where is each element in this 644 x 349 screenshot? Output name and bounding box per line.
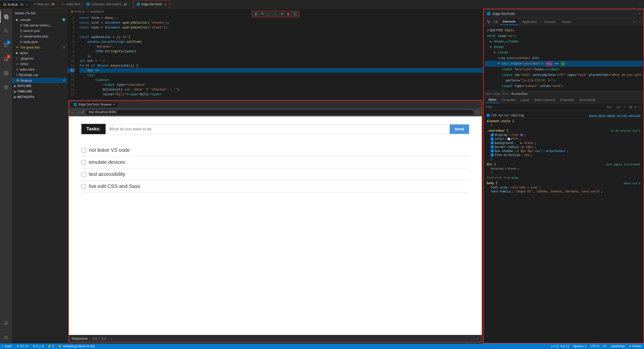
mirror-editing-checkbox[interactable]: ✓ [487,114,490,117]
dom-line-input-submit[interactable]: <input type="submit" value="send"> [485,83,642,89]
sidebar-item-readme[interactable]: ℹ README.md [12,72,67,78]
debug-restart-btn[interactable]: ↺ [279,12,285,17]
devtools-inspect-icon[interactable] [486,19,492,25]
activity-settings[interactable] [0,331,12,343]
prop-checkbox[interactable]: ✓ [491,149,494,153]
mirror-editing-control[interactable]: ✓ CSS mirror editing [487,114,524,117]
browser-screencast-btn[interactable]: ⬛ [475,110,480,114]
tab-todo-js[interactable]: JS to-do.js M × [0,0,31,9]
sidebar-group-outline[interactable]: ▶ OUTLINE [12,83,67,89]
filter-inspector-btn[interactable]: ≡ [634,105,636,109]
tab-close-devtools[interactable]: × [164,2,166,6]
sidebar-item-gitignore[interactable]: ◌ .gitignore [12,56,67,61]
dom-line-img[interactable]: <img src=(unknown) alt> [485,55,642,61]
task-checkbox-1[interactable] [81,148,86,153]
sidebar-item-tasks[interactable]: {} tasks.json [12,39,67,44]
devtools-tab-console[interactable]: Console [541,19,558,25]
tabs-more-btn[interactable]: ⋯ [639,3,644,6]
task-checkbox-2[interactable] [81,160,86,165]
responsive-select[interactable]: Responsive [72,337,88,340]
dom-line-form[interactable]: ▼ <form> [485,50,642,55]
task-checkbox-3[interactable] [81,172,86,177]
filter-cls-btn[interactable]: .cls [615,105,621,109]
filter-new-style-btn[interactable]: ⊞ [629,105,632,109]
debug-step-out-btn[interactable]: ↑ [272,12,278,17]
task-input[interactable] [106,124,450,134]
debug-stop-btn[interactable]: ⏹ [285,12,291,17]
status-branch[interactable]: ⑂ main* [2,344,13,348]
status-formatter[interactable]: ✦ Prettier [629,344,642,348]
style-tab-layout[interactable]: Layout [518,97,532,103]
browser-forward-btn[interactable]: → [76,110,79,114]
browser-back-btn[interactable]: ← [71,110,74,114]
prop-checkbox[interactable]: ✓ [491,154,494,157]
tab-edge-ext[interactable]: 🌐 Extension: Microsoft E 🔊 ⋯ [83,0,133,9]
dom-line-body[interactable]: ▼ <body> [485,44,642,50]
sidebar-group-metadata[interactable]: ▶ METADATA [12,94,67,100]
tab-close-btn[interactable]: × [26,3,28,7]
dom-line-html[interactable]: <html lang="en"> [485,33,642,39]
devtools-add-tab-btn[interactable]: + [633,20,635,24]
dom-line-head[interactable]: ▶ <head>…</head> [485,39,642,44]
task-checkbox-4[interactable] [81,184,86,189]
devtools-close-btn[interactable]: × [638,12,640,16]
sidebar-item-great-thing[interactable]: ✦ The great thin... U [12,44,67,50]
activity-source-control[interactable]: 4 [0,39,12,51]
status-position[interactable]: Ln 12, Col 13 [551,344,569,348]
color-swatch-black[interactable] [517,142,519,144]
debug-step-into-btn[interactable]: ↓ [266,12,272,17]
status-debug[interactable]: ⚡ 1 [47,344,54,348]
sidebar-item-vscode[interactable]: ▶ .vscode [12,17,67,22]
activity-search[interactable] [0,25,12,37]
browser-tab-main[interactable]: 🌐 Edge DevTools: Browser × [71,102,117,107]
style-tab-accessibility[interactable]: Accessibility [577,97,598,103]
breadcrumb-form[interactable]: form [503,92,508,95]
activity-extensions[interactable] [0,67,12,79]
status-errors[interactable]: ⊘ 0 △ 0 [33,344,43,348]
prop-checkbox[interactable]: ✓ [491,145,494,148]
tab-edge-devtools[interactable]: 🌐 Edge DevTools × [133,0,170,9]
dom-line-doctype[interactable]: <!DOCTYPE html> [485,28,642,33]
activity-account[interactable] [0,317,12,329]
devtools-tab-issues[interactable]: Issues [559,19,574,25]
sidebar-item-reload-tasks[interactable]: {} reload-tasks.json [12,33,67,39]
filter-input[interactable] [486,105,603,109]
activity-run[interactable]: 1 1 [0,53,12,65]
inherited-from-body[interactable]: body [512,176,518,179]
style-tab-computed[interactable]: Computed [499,97,518,103]
dom-line-searchbar[interactable]: ▼ <div class="searchbar"> flex == $0 [485,61,642,67]
browser-refresh-btn[interactable]: ↺ [81,110,84,114]
breadcrumb-searchbar[interactable]: div.searchbar [511,92,528,95]
prop-checkbox[interactable]: ✓ [491,137,494,140]
dom-line-div-close[interactable]: </div> [485,89,642,91]
style-tab-properties[interactable]: Properties [558,97,577,103]
breadcrumb-body[interactable]: body [494,92,500,95]
devtools-device-icon[interactable] [493,19,499,25]
inherited-label[interactable]: Inherited from body [484,175,643,180]
dom-tree[interactable]: <!DOCTYPE html> <html lang="en"> ▶ <head… [484,26,643,91]
debug-screencast-btn[interactable]: ⬛ [292,12,298,17]
devtools-tab-application[interactable]: Application [519,19,540,25]
breadcrumb-html[interactable]: html [486,92,491,95]
debug-step-over-btn[interactable]: ↷ [259,12,265,17]
activity-explorer[interactable] [0,11,12,23]
status-server[interactable]: ⚡ webdebug (demo-to-do) [58,344,95,348]
filter-layout-btn[interactable]: ⬚ [638,105,641,109]
activity-remote[interactable] [0,81,12,93]
devtools-more-btn[interactable]: ⋯ [638,20,641,24]
dom-line-input-text[interactable]: <input id="task" autocomplete="off" type… [485,72,642,78]
sidebar-group-timeline[interactable]: ▶ TIMELINE [12,89,67,94]
prop-checkbox[interactable]: ✓ [491,141,494,144]
status-eol[interactable]: LF [603,344,607,348]
sidebar-item-styles[interactable]: ▶ styles [12,50,67,56]
browser-tabs-more[interactable]: ⋯ [476,103,480,106]
sidebar-item-hintrc[interactable]: ◇ .hintrc [12,61,67,67]
tab-index-html[interactable]: </> index.html [58,0,83,9]
sidebar-item-http-server[interactable]: {} http-server-tasks.j... [12,22,67,28]
status-language[interactable]: JavaScript [611,344,625,348]
style-source-body[interactable]: base.css:2 [624,182,640,185]
filter-add-btn[interactable]: + [623,105,627,109]
status-sync[interactable]: ↺ 10↓ 0↑ [17,344,29,348]
fit-screen-btn[interactable]: ⬚ [471,337,474,340]
sidebar-item-todo-js[interactable]: JS to-do.js M [12,78,67,83]
